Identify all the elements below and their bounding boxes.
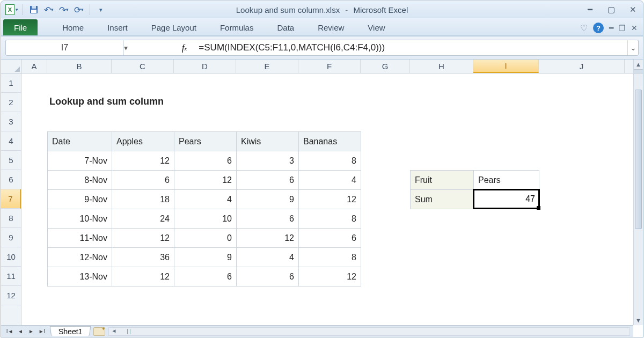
minimize-button[interactable]: ━ xyxy=(584,5,596,14)
cells-grid[interactable]: Lookup and sum column Date Apples Pears … xyxy=(21,74,633,325)
active-cell[interactable]: 47 xyxy=(473,189,540,209)
table-row[interactable]: 9 xyxy=(237,190,299,209)
col-header-E[interactable]: E xyxy=(236,60,298,73)
table-row[interactable]: 12 xyxy=(299,190,361,209)
table-row[interactable]: 7-Nov xyxy=(48,151,112,171)
save-button[interactable] xyxy=(27,3,40,16)
formula-input[interactable]: =SUM(INDEX(C5:F11,0,MATCH(I6,C4:F4,0))) xyxy=(195,42,627,53)
table-row[interactable]: 8-Nov xyxy=(48,171,112,190)
table-row[interactable]: 12 xyxy=(112,267,174,286)
col-header-J[interactable]: J xyxy=(539,60,625,73)
col-header-D[interactable]: D xyxy=(174,60,236,73)
table-row[interactable]: 6 xyxy=(299,229,361,248)
help-button[interactable]: ? xyxy=(593,23,604,33)
col-header-G[interactable]: G xyxy=(361,60,410,73)
vertical-scrollbar[interactable]: ▲ ▼ xyxy=(633,60,643,325)
row-header-4[interactable]: 4 xyxy=(1,131,21,151)
tab-data[interactable]: Data xyxy=(265,19,306,35)
table-row[interactable]: 9-Nov xyxy=(48,190,112,209)
fx-icon[interactable]: fx xyxy=(182,43,187,53)
table-row[interactable]: 6 xyxy=(237,209,299,229)
heart-icon[interactable]: ♡ xyxy=(580,23,588,33)
workbook-restore-button[interactable]: ❐ xyxy=(619,24,626,32)
table-row[interactable]: 4 xyxy=(237,248,299,267)
horizontal-scrollbar[interactable]: ◄ xyxy=(108,327,630,336)
sheet-tab[interactable]: Sheet1 xyxy=(50,326,91,336)
redo-button[interactable]: ↷▾ xyxy=(57,3,70,16)
tab-file[interactable]: File xyxy=(3,19,38,35)
table-row[interactable]: 8 xyxy=(299,209,361,229)
table-row[interactable]: 12 xyxy=(112,151,174,171)
table-row[interactable]: 6 xyxy=(174,267,237,286)
sheet-next-button[interactable]: ► xyxy=(26,327,36,336)
table-row[interactable]: 12-Nov xyxy=(48,248,112,267)
table-row[interactable]: 8 xyxy=(299,151,361,171)
table-row[interactable]: 0 xyxy=(174,229,237,248)
qat-customize-button[interactable]: ▾ xyxy=(94,3,107,16)
table-row[interactable]: 6 xyxy=(174,151,237,171)
sheet-first-button[interactable]: I◄ xyxy=(4,327,15,336)
table-row[interactable]: 11-Nov xyxy=(48,229,112,248)
tab-formulas[interactable]: Formulas xyxy=(208,19,266,35)
row-header-11[interactable]: 11 xyxy=(1,267,21,286)
tab-home[interactable]: Home xyxy=(50,19,96,35)
table-row[interactable]: 18 xyxy=(112,190,174,209)
row-header-12[interactable]: 12 xyxy=(1,286,21,305)
select-all-corner[interactable] xyxy=(1,60,21,74)
sheet-prev-button[interactable]: ◄ xyxy=(15,327,26,336)
scroll-thumb[interactable] xyxy=(635,90,642,229)
tab-review[interactable]: Review xyxy=(306,19,356,35)
table-row[interactable]: 36 xyxy=(112,248,174,267)
table-row[interactable]: 3 xyxy=(237,151,299,171)
table-row[interactable]: 6 xyxy=(112,171,174,190)
table-row[interactable]: 24 xyxy=(112,209,174,229)
scroll-up-button[interactable]: ▲ xyxy=(634,60,643,69)
table-row[interactable]: 9 xyxy=(174,248,237,267)
row-header-1[interactable]: 1 xyxy=(1,74,21,93)
table-row[interactable]: 12 xyxy=(174,171,237,190)
row-header-3[interactable]: 3 xyxy=(1,112,21,131)
row-header-2[interactable]: 2 xyxy=(1,93,21,112)
close-button[interactable]: ✕ xyxy=(627,5,639,14)
scroll-down-button[interactable]: ▼ xyxy=(634,315,643,325)
workbook-close-button[interactable]: ✕ xyxy=(631,24,638,32)
undo-button[interactable]: ↶▾ xyxy=(42,3,55,16)
table-row[interactable]: 4 xyxy=(174,190,237,209)
tab-view[interactable]: View xyxy=(356,19,397,35)
col-header-H[interactable]: H xyxy=(410,60,473,73)
tab-page-layout[interactable]: Page Layout xyxy=(140,19,208,35)
tab-insert[interactable]: Insert xyxy=(96,19,140,35)
formula-expand-button[interactable]: ⌄ xyxy=(627,40,638,55)
col-header-C[interactable]: C xyxy=(112,60,174,73)
table-row[interactable]: 10-Nov xyxy=(48,209,112,229)
maximize-button[interactable]: ▢ xyxy=(605,5,617,14)
namebox-dropdown-icon[interactable]: ▾ xyxy=(124,43,133,52)
fruit-value[interactable]: Pears xyxy=(474,171,539,190)
excel-menu-button[interactable]: X▾ xyxy=(5,3,18,16)
col-header-A[interactable]: A xyxy=(21,60,47,73)
table-row[interactable]: 10 xyxy=(174,209,237,229)
table-row[interactable]: 6 xyxy=(237,171,299,190)
data-table[interactable]: Date Apples Pears Kiwis Bananas 7-Nov126… xyxy=(47,131,361,286)
table-row[interactable]: 13-Nov xyxy=(48,267,112,286)
split-handle[interactable] xyxy=(634,69,643,74)
sheet-last-button[interactable]: ►I xyxy=(36,327,47,336)
row-header-5[interactable]: 5 xyxy=(1,151,21,170)
new-sheet-button[interactable] xyxy=(93,327,105,336)
col-header-F[interactable]: F xyxy=(298,60,361,73)
table-row[interactable]: 4 xyxy=(299,171,361,190)
table-row[interactable]: 12 xyxy=(299,267,361,286)
row-header-10[interactable]: 10 xyxy=(1,247,21,267)
row-header-6[interactable]: 6 xyxy=(1,170,21,189)
qat-menu-button[interactable]: ⟳▾ xyxy=(72,3,85,16)
col-header-I[interactable]: I xyxy=(473,60,539,73)
workbook-minimize-button[interactable]: ━ xyxy=(609,24,613,32)
table-row[interactable]: 6 xyxy=(237,267,299,286)
table-row[interactable]: 12 xyxy=(112,229,174,248)
col-header-B[interactable]: B xyxy=(47,60,112,73)
table-row[interactable]: 8 xyxy=(299,248,361,267)
row-header-7[interactable]: 7 xyxy=(1,189,21,209)
row-header-9[interactable]: 9 xyxy=(1,228,21,247)
row-header-8[interactable]: 8 xyxy=(1,209,21,228)
table-row[interactable]: 12 xyxy=(237,229,299,248)
